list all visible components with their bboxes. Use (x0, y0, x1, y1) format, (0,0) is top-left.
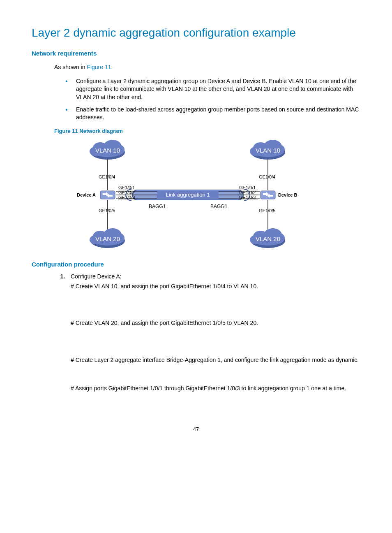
figure-link[interactable]: Figure 11 (87, 64, 111, 70)
step-title: Configure Device A: (71, 273, 122, 280)
port-label: GE1/0/4 (259, 174, 275, 179)
step-para: # Create VLAN 10, and assign the port Gi… (71, 283, 360, 291)
port-label: GE1/0/1 (118, 185, 135, 190)
configuration-procedure-heading: Configuration procedure (32, 260, 360, 269)
page-number: 47 (32, 426, 360, 433)
figure-caption: Figure 11 Network diagram (54, 127, 360, 135)
network-requirements-heading: Network requirements (32, 49, 360, 58)
intro-pre: As shown in (54, 64, 87, 70)
port-label: GE1/0/4 (99, 174, 115, 179)
device-b-label: Device B (278, 192, 297, 197)
step-para: # Create Layer 2 aggregate interface Bri… (71, 356, 360, 364)
intro-paragraph: As shown in Figure 11: (54, 63, 360, 72)
step-para: # Create VLAN 20, and assign the port Gi… (71, 319, 360, 327)
device-a-label: Device A (77, 192, 96, 197)
network-diagram: Link aggregation 1 VLAN 10 VLAN 10 VLAN … (54, 137, 360, 253)
requirements-list: Configure a Layer 2 dynamic aggregation … (60, 77, 360, 122)
bagg-label: BAGG1 (210, 204, 228, 209)
bagg-label: BAGG1 (149, 204, 166, 209)
port-label: GE1/0/3 (118, 195, 135, 200)
vlan20-cloud: VLAN 20 (95, 235, 120, 242)
requirement-item: Enable traffic to be load-shared across … (60, 106, 360, 122)
vlan20-cloud: VLAN 20 (256, 235, 280, 242)
intro-post: : (111, 64, 113, 70)
step-para: # Assign ports GigabitEthernet 1/0/1 thr… (71, 385, 360, 393)
requirement-item: Configure a Layer 2 dynamic aggregation … (60, 77, 360, 102)
procedure-list: Configure Device A: # Create VLAN 10, an… (54, 273, 360, 393)
page-title: Layer 2 dynamic aggregation configuratio… (32, 25, 360, 41)
port-label: GE1/0/5 (259, 208, 275, 213)
port-label: GE1/0/3 (239, 195, 256, 200)
port-label: GE1/0/1 (239, 185, 256, 190)
vlan10-cloud: VLAN 10 (256, 147, 280, 154)
procedure-step: Configure Device A: # Create VLAN 10, an… (67, 273, 360, 393)
port-label: GE1/0/2 (239, 190, 256, 195)
port-label: GE1/0/5 (99, 208, 115, 213)
link-aggregation-label: Link aggregation 1 (166, 192, 210, 198)
vlan10-cloud: VLAN 10 (95, 147, 120, 154)
port-label: GE1/0/2 (118, 190, 135, 195)
